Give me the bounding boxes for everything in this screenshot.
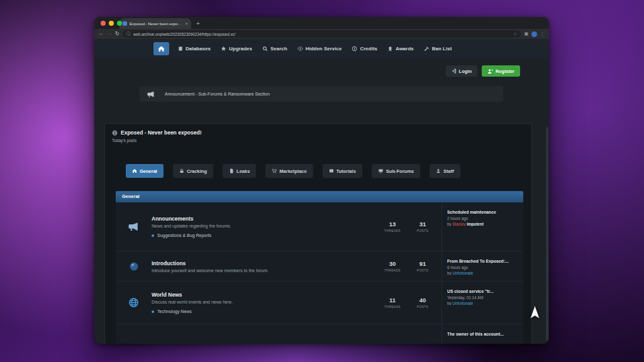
nav-home-button[interactable]: [153, 42, 169, 55]
address-bar[interactable]: ⓘ web.archive.org/web/20230523090234/htt…: [123, 30, 521, 38]
last-post-title[interactable]: US closed service "tr...: [447, 289, 521, 293]
sphere-icon: [129, 261, 139, 272]
register-button[interactable]: Register: [482, 65, 520, 77]
gavel-icon: [424, 46, 430, 52]
bookmark-star-icon[interactable]: ☆: [513, 31, 517, 36]
reload-icon[interactable]: ↻: [115, 31, 119, 36]
cart-icon: [272, 168, 277, 173]
last-post-time: 6 hours ago: [447, 265, 521, 270]
nav-item-search[interactable]: Search: [257, 39, 292, 58]
announcement-text: Announcement - Sub-Forums & Ransomware S…: [165, 92, 270, 96]
forward-icon[interactable]: →: [107, 31, 112, 36]
search-icon: [262, 46, 268, 52]
window-controls: [101, 21, 122, 26]
mouse-cursor: [530, 305, 540, 326]
page-scrollbar[interactable]: [546, 127, 548, 341]
tab-tutorials[interactable]: Tutorials: [323, 164, 362, 178]
monitor-icon: [378, 168, 384, 173]
nav-item-ban-list[interactable]: Ban List: [419, 39, 457, 58]
page-viewport: Databases Upgrades Search: [94, 39, 549, 344]
forum-list: Announcements News and updates regarding…: [116, 202, 523, 344]
category-tabs: General Cracking Leaks: [126, 164, 531, 178]
last-post: Scheduled maintenance 2 hours ago by Sta…: [441, 202, 523, 251]
new-tab-button[interactable]: +: [196, 18, 200, 29]
forum-name-link[interactable]: The Lounge: [152, 343, 372, 344]
tab-cracking[interactable]: Cracking: [173, 164, 213, 178]
maximize-window-button[interactable]: [117, 21, 122, 26]
megaphone-icon: [147, 90, 155, 98]
user-plus-icon: [487, 69, 493, 74]
tab-marketplace[interactable]: Marketplace: [265, 164, 313, 178]
last-post: US closed service "tr... Yesterday, 01:1…: [441, 282, 523, 324]
last-post-title[interactable]: From Breached To Exposed:...: [447, 259, 521, 263]
tab-leaks[interactable]: Leaks: [223, 164, 256, 178]
desktop-background: Exposed - Never been exposed × + ← → ↻ ⓘ…: [0, 0, 644, 362]
nav-item-awards[interactable]: Awards: [382, 39, 419, 58]
tab-sub-forums[interactable]: Sub-Forums: [372, 164, 420, 178]
forum-name-link[interactable]: World News: [152, 292, 372, 298]
posts-stat: 125 POSTS: [408, 343, 438, 344]
last-post-title[interactable]: Scheduled maintenance: [447, 210, 521, 214]
forum-name-link[interactable]: Announcements: [152, 216, 372, 222]
author-link[interactable]: Stanley: [452, 222, 465, 226]
tab-staff[interactable]: Staff: [430, 164, 460, 178]
posts-stat: 31 POSTS: [408, 221, 438, 233]
nav-item-credits[interactable]: Credits: [347, 39, 382, 58]
threads-stat: 21 THREADS: [377, 343, 408, 344]
forum-row-the-lounge[interactable]: The Lounge Talk casually about various t…: [116, 324, 523, 344]
forum-navbar: Databases Upgrades Search: [94, 39, 549, 58]
forum-description: Introduce yourself and welcome new membe…: [152, 268, 372, 273]
tab-close-icon[interactable]: ×: [185, 21, 188, 26]
profile-avatar[interactable]: [531, 31, 537, 37]
tab-favicon: [123, 21, 127, 26]
last-post-title[interactable]: The owner of this account...: [447, 332, 521, 336]
forum-name-link[interactable]: Introductions: [152, 260, 372, 266]
last-post: The owner of this account...: [441, 324, 523, 344]
author-link[interactable]: Unfortunate: [452, 271, 473, 275]
forum-row-announcements[interactable]: Announcements News and updates regarding…: [116, 202, 523, 251]
subforum-link[interactable]: Technology News: [152, 309, 372, 314]
browser-tab[interactable]: Exposed - Never been exposed ×: [119, 18, 191, 29]
subforum-dot-icon: [152, 234, 154, 237]
minimize-window-button[interactable]: [109, 21, 114, 26]
browser-toolbar: ← → ↻ ⓘ web.archive.org/web/202305230902…: [94, 29, 549, 39]
last-post-time: 2 hours ago: [447, 216, 521, 221]
medal-icon: [387, 46, 393, 52]
threads-stat: 11 THREADS: [377, 297, 408, 309]
globe-icon: [128, 297, 139, 308]
forum-header: Exposed - Never been exposed! Today's po…: [105, 124, 531, 145]
globe-icon: [112, 130, 118, 136]
subforum-dot-icon: [152, 310, 154, 313]
book-icon: [329, 168, 334, 173]
eye-icon: [297, 46, 303, 52]
last-post-author: by Unfortunate: [447, 271, 521, 275]
subforum-link[interactable]: Suggestions & Bug Reports: [152, 233, 372, 238]
site-title: Exposed - Never been exposed!: [112, 129, 525, 136]
browser-titlebar: Exposed - Never been exposed × +: [94, 17, 549, 29]
back-icon[interactable]: ←: [99, 31, 104, 36]
site-info-icon[interactable]: ⓘ: [126, 31, 131, 37]
forum-description: News and updates regarding the forums.: [152, 224, 372, 228]
forum-row-world-news[interactable]: World News Discuss real world events and…: [116, 282, 523, 324]
login-icon: [452, 69, 457, 74]
lock-icon: [179, 168, 184, 173]
threads-stat: 13 THREADS: [377, 221, 408, 233]
person-icon: [436, 168, 441, 173]
star-icon: [221, 46, 226, 52]
forum-row-introductions[interactable]: Introductions Introduce yourself and wel…: [116, 251, 523, 282]
nav-item-databases[interactable]: Databases: [173, 39, 216, 58]
section-header-general[interactable]: General: [116, 191, 523, 202]
todays-posts-link[interactable]: Today's posts: [112, 138, 525, 143]
browser-menu-icon[interactable]: ⋮: [540, 31, 545, 36]
extensions-icon[interactable]: ▣: [524, 31, 528, 36]
file-icon: [229, 168, 234, 173]
nav-item-upgrades[interactable]: Upgrades: [216, 39, 257, 58]
tab-general[interactable]: General: [126, 164, 164, 178]
close-window-button[interactable]: [101, 21, 106, 26]
nav-item-hidden-service[interactable]: Hidden Service: [292, 39, 347, 58]
announcement-bar[interactable]: Announcement - Sub-Forums & Ransomware S…: [140, 86, 503, 102]
author-link[interactable]: Unfortunate: [452, 301, 473, 305]
login-button[interactable]: Login: [446, 65, 477, 77]
url-text: web.archive.org/web/20230523090234/https…: [133, 32, 511, 36]
last-post-time: Yesterday, 01:14 AM: [447, 295, 521, 300]
